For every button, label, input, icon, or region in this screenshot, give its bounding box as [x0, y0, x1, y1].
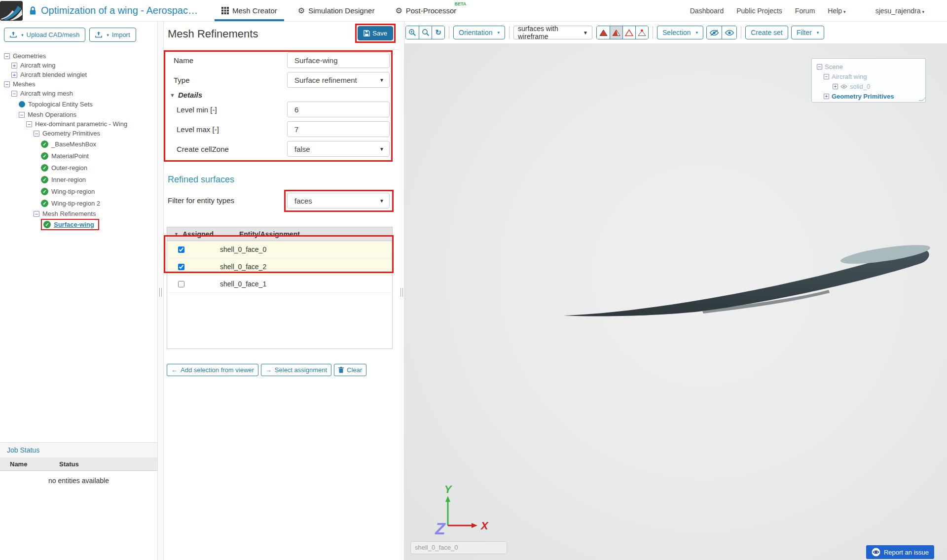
name-field[interactable] [287, 52, 390, 68]
tree-item-aircraft-wing-mesh[interactable]: −Aircraft wing mesh [0, 89, 157, 98]
table-row[interactable]: shell_0_face_0 [167, 241, 392, 258]
tree-item-aircraft-wing[interactable]: +Aircraft wing [0, 61, 157, 70]
tree-item-surface-wing[interactable]: ✓ Surface-wing [0, 218, 157, 230]
tree-label: Inner-region [51, 176, 86, 183]
check-circle-icon: ✓ [41, 188, 48, 195]
help-menu[interactable]: Help▾ [828, 7, 845, 15]
tree-item-topological-entity-sets[interactable]: Topological Entity Sets [0, 98, 157, 110]
upload-cad-button[interactable]: ▾ Upload CAD/mesh [4, 28, 85, 42]
tree-item-geometries[interactable]: −Geometries [0, 51, 157, 61]
surface-view-icon[interactable] [597, 26, 610, 39]
scene-tree-item-aircraft-wing[interactable]: − Aircraft wing [812, 71, 925, 81]
tab-mesh-creator[interactable]: Mesh Creator [215, 0, 284, 21]
orientation-dropdown[interactable]: Orientation▾ [453, 26, 505, 39]
nav-link-public-projects[interactable]: Public Projects [736, 7, 782, 15]
collapse-icon[interactable]: − [34, 131, 39, 137]
collapse-icon[interactable]: − [817, 64, 822, 70]
tree-item-inner-region[interactable]: ✓Inner-region [0, 174, 157, 185]
tree-item-basemeshbox[interactable]: ✓_BaseMeshBox [0, 138, 157, 150]
tree-label: Wing-tip-region 2 [51, 200, 100, 207]
collapse-icon[interactable]: − [26, 121, 32, 127]
selection-name-field[interactable]: shell_0_face_0 [410, 541, 507, 554]
type-select[interactable]: Surface refinement▼ [287, 72, 390, 88]
refined-surfaces-heading: Refined surfaces [168, 175, 234, 185]
tree-item-aircraft-blended-winglet[interactable]: +Aircraft blended winglet [0, 70, 157, 79]
table-row[interactable]: shell_0_face_2 [167, 258, 392, 276]
filter-dropdown[interactable]: Filter▾ [791, 26, 825, 39]
scene-tree-item-solid-0[interactable]: + solid_0 [812, 81, 925, 91]
entity-name: shell_0_face_1 [220, 280, 266, 288]
project-title[interactable]: Optimization of a wing - Aerospac… [41, 5, 198, 16]
tree-item-meshes[interactable]: −Meshes [0, 79, 157, 89]
hide-selection-icon[interactable] [707, 26, 722, 39]
save-button[interactable]: Save [358, 26, 393, 40]
create-set-button[interactable]: Create set [745, 26, 788, 39]
tab-post-processor[interactable]: ⚙ Post-Processor BETA [388, 0, 463, 21]
zoom-in-icon[interactable] [406, 26, 419, 39]
show-selection-icon[interactable] [722, 26, 736, 39]
entity-filter-select[interactable]: faces▼ [287, 193, 390, 209]
tree-item-hex-dominant-parametric[interactable]: −Hex-dominant parametric - Wing [0, 119, 157, 129]
nav-link-dashboard[interactable]: Dashboard [690, 7, 724, 15]
select-assignment-button[interactable]: → Select assignment [261, 364, 331, 376]
tree-item-wing-tip-region-2[interactable]: ✓Wing-tip-region 2 [0, 197, 157, 209]
collapse-icon[interactable]: − [34, 211, 39, 217]
cellzone-select[interactable]: false▼ [287, 141, 390, 157]
chevron-down-icon: ▾ [497, 30, 500, 35]
clear-button[interactable]: Clear [334, 364, 366, 376]
row-checkbox[interactable] [178, 246, 184, 253]
collapse-icon[interactable]: − [11, 91, 17, 97]
tree-item-mesh-operations[interactable]: −Mesh Operations [0, 110, 157, 119]
collapse-icon[interactable]: − [824, 74, 829, 79]
entity-filter-label: Filter for entity types [168, 196, 234, 205]
tab-simulation-designer[interactable]: ⚙ Simulation Designer [291, 0, 382, 21]
viewport-3d[interactable]: − Scene − Aircraft wing + solid_0 + Geom… [404, 43, 947, 560]
job-column-status: Status [59, 460, 79, 468]
collapse-icon[interactable]: − [4, 81, 10, 87]
wireframe-view-icon[interactable] [622, 26, 635, 39]
expand-icon[interactable]: + [11, 72, 17, 78]
refresh-icon[interactable]: ↻ [432, 26, 444, 39]
panel-resize-handle[interactable] [400, 22, 404, 560]
sidebar-resize-handle[interactable] [158, 22, 164, 560]
surface-wireframe-view-icon[interactable] [610, 26, 622, 39]
tree-item-geometry-primitives[interactable]: −Geometry Primitives [0, 129, 157, 138]
import-button[interactable]: ▾ Import [89, 28, 136, 42]
sort-desc-icon[interactable]: ▼ [174, 232, 179, 237]
scene-tree-item-geometry-primitives[interactable]: + Geometry Primitives [812, 91, 925, 101]
level-min-field[interactable] [287, 102, 390, 117]
collapse-icon[interactable]: − [19, 112, 25, 118]
report-issue-button[interactable]: Report an issue [866, 545, 934, 559]
tree-item-mesh-refinements[interactable]: −Mesh Refinements [0, 209, 157, 218]
scene-tree-item-scene[interactable]: − Scene [812, 62, 925, 71]
tab-label: Mesh Creator [232, 6, 277, 15]
table-header[interactable]: ▼ Assigned Entity/Assignment [167, 227, 392, 241]
table-row[interactable]: shell_0_face_1 [167, 276, 392, 293]
add-selection-button[interactable]: ← Add selection from viewer [167, 364, 258, 376]
level-max-field[interactable] [287, 121, 390, 137]
chevron-down-icon: ▾ [817, 30, 819, 35]
row-checkbox[interactable] [178, 281, 184, 287]
selection-dropdown[interactable]: Selection▾ [657, 26, 703, 39]
tree-item-outer-region[interactable]: ✓Outer-region [0, 162, 157, 174]
tree-item-materialpoint[interactable]: ✓MaterialPoint [0, 150, 157, 162]
expand-icon[interactable]: + [824, 94, 829, 99]
tree-label: Mesh Refinements [42, 210, 96, 217]
render-mode-select[interactable]: surfaces with wireframe▼ [513, 26, 592, 39]
nav-link-forum[interactable]: Forum [795, 7, 815, 15]
app-logo-icon[interactable] [0, 1, 23, 21]
row-checkbox[interactable] [178, 264, 184, 270]
zoom-fit-icon[interactable] [419, 26, 432, 39]
chevron-down-icon: ▾ [21, 33, 24, 37]
points-view-icon[interactable] [635, 26, 648, 39]
details-section-header[interactable]: ▼ Details [170, 91, 202, 99]
eye-icon[interactable] [840, 84, 847, 89]
expand-icon[interactable]: + [11, 63, 17, 69]
select-caret-icon: ▼ [583, 30, 588, 35]
tree-label: Wing-tip-region [51, 188, 95, 195]
user-menu[interactable]: sjesu_rajendra▾ [875, 7, 924, 15]
collapse-icon[interactable]: − [4, 53, 10, 59]
expand-icon[interactable]: + [833, 84, 838, 89]
feedback-eye-icon [872, 548, 880, 557]
tree-item-wing-tip-region[interactable]: ✓Wing-tip-region [0, 185, 157, 197]
